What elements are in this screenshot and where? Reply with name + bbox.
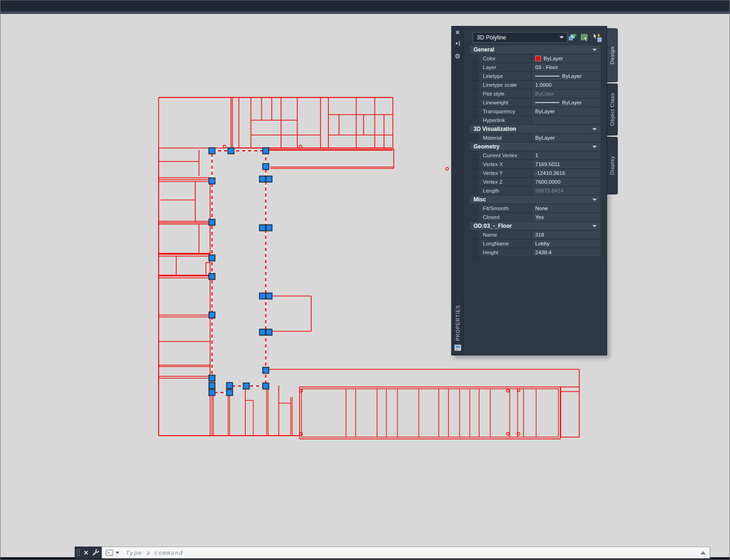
property-value[interactable]: 7169.5011: [532, 160, 601, 168]
property-row: LineweightByLayer: [470, 98, 601, 107]
property-value[interactable]: ByLayer: [532, 72, 601, 80]
property-value[interactable]: 03 - Floor: [532, 63, 601, 71]
quick-select-icon[interactable]: [580, 32, 589, 42]
new-selection-icon[interactable]: [567, 32, 577, 42]
vertex-grip[interactable]: [209, 178, 215, 184]
floor-plan-canvas[interactable]: [0, 0, 730, 560]
vertex-grip[interactable]: [263, 367, 269, 373]
side-tab-design[interactable]: Design: [607, 28, 618, 82]
property-value[interactable]: 2438.4: [532, 248, 601, 257]
property-label: Current Vertex: [479, 151, 532, 160]
vertex-grip[interactable]: [260, 329, 266, 335]
property-row: Vertex Y-12410.3616: [470, 169, 601, 178]
palette-body: 3D Polyline: [464, 26, 607, 355]
property-value[interactable]: ByColor: [532, 90, 601, 98]
section-header[interactable]: General: [470, 45, 601, 54]
object-type-dropdown[interactable]: 3D Polyline: [473, 32, 568, 43]
property-value[interactable]: 7600.0000: [532, 178, 601, 186]
chevron-down-icon[interactable]: [592, 225, 597, 227]
property-row: Height2438.4: [470, 248, 601, 257]
section-title: Misc: [474, 196, 486, 203]
toggle-value-icon[interactable]: [592, 32, 602, 42]
property-value[interactable]: ByLayer: [532, 134, 601, 142]
property-value[interactable]: ByLayer: [532, 54, 601, 63]
properties-menu-icon[interactable]: ⚙: [455, 53, 461, 59]
property-value[interactable]: None: [532, 204, 601, 212]
vertex-grip[interactable]: [263, 383, 269, 389]
vertex-grip[interactable]: [209, 255, 215, 261]
property-label: Lineweight: [479, 98, 532, 107]
vertex-grip[interactable]: [266, 225, 272, 231]
title-bar: [0, 0, 730, 11]
close-icon[interactable]: ✕: [83, 550, 89, 556]
palette-icon[interactable]: [454, 344, 461, 353]
row-indent: [470, 204, 479, 212]
side-tab-object-class[interactable]: Object Class: [607, 84, 618, 135]
side-tab-label: Object Class: [609, 93, 615, 126]
chevron-down-icon[interactable]: [592, 49, 597, 51]
vertex-grip[interactable]: [263, 164, 269, 170]
section-header[interactable]: Misc: [470, 195, 601, 204]
property-label: Vertex Z: [479, 178, 532, 186]
vertex-grip[interactable]: [266, 293, 272, 299]
property-value[interactable]: ByLayer: [532, 107, 601, 116]
vertex-grip[interactable]: [243, 383, 250, 389]
vertex-grip[interactable]: [228, 148, 234, 154]
chevron-down-icon[interactable]: [592, 128, 597, 130]
property-value[interactable]: Lobby: [532, 239, 601, 248]
section-header[interactable]: 3D Visualization: [470, 125, 601, 134]
object-type-value: 3D Polyline: [477, 32, 506, 43]
property-row: Fit/SmoothNone: [470, 204, 601, 213]
property-value[interactable]: 99873.8414: [532, 187, 601, 195]
row-indent: [470, 239, 479, 248]
property-value[interactable]: 1.0000: [532, 81, 601, 89]
property-row: Hyperlink: [470, 116, 601, 125]
drag-grip-icon[interactable]: [77, 549, 80, 556]
auto-hide-icon[interactable]: [455, 40, 461, 48]
property-value[interactable]: Yes: [532, 213, 601, 221]
recent-commands-caret-icon[interactable]: [115, 552, 119, 554]
row-indent: [470, 187, 479, 195]
chevron-down-icon[interactable]: [592, 199, 597, 201]
vertex-grip[interactable]: [263, 148, 269, 154]
vertex-grip[interactable]: [209, 148, 215, 154]
customize-wrench-icon[interactable]: [92, 549, 99, 556]
close-icon[interactable]: ✕: [455, 30, 460, 35]
row-indent: [470, 72, 479, 80]
command-input[interactable]: >_ Type a command: [102, 547, 710, 559]
door-mark: [506, 389, 509, 392]
vertex-grip[interactable]: [209, 390, 215, 396]
side-tab-display[interactable]: Display: [607, 137, 618, 194]
chevron-down-icon[interactable]: [592, 146, 597, 148]
vertex-grip[interactable]: [209, 375, 215, 381]
vertex-grip[interactable]: [260, 293, 266, 299]
row-indent: [470, 90, 479, 98]
vertex-grip[interactable]: [209, 274, 215, 280]
property-value[interactable]: ByLayer: [532, 98, 601, 107]
property-value[interactable]: -12410.3616: [532, 169, 601, 177]
command-bar-handle[interactable]: ✕: [75, 547, 102, 559]
row-indent: [470, 160, 479, 168]
row-indent: [470, 151, 479, 160]
property-value[interactable]: 1: [532, 151, 601, 160]
vertex-grip[interactable]: [266, 176, 272, 182]
property-label: Height: [479, 248, 532, 257]
section-title: Geometry: [474, 143, 499, 150]
vertex-grip[interactable]: [227, 383, 233, 389]
property-label: Name: [479, 231, 532, 239]
vertex-grip[interactable]: [209, 383, 215, 389]
expand-history-icon[interactable]: [700, 551, 706, 554]
vertex-grip[interactable]: [266, 329, 272, 335]
vertex-grip[interactable]: [209, 312, 215, 318]
section-header[interactable]: OD:03_-_Floor: [470, 222, 601, 231]
vertex-grip[interactable]: [227, 390, 233, 396]
property-row: ClosedYes: [470, 213, 601, 222]
property-value[interactable]: [532, 116, 601, 124]
section-header[interactable]: Geometry: [470, 142, 601, 151]
chevron-down-icon: [559, 36, 564, 39]
vertex-grip[interactable]: [260, 176, 266, 182]
vertex-grip[interactable]: [209, 219, 215, 225]
vertex-grip[interactable]: [260, 225, 266, 231]
section-title: 3D Visualization: [474, 126, 516, 132]
property-value[interactable]: 318: [532, 231, 601, 239]
